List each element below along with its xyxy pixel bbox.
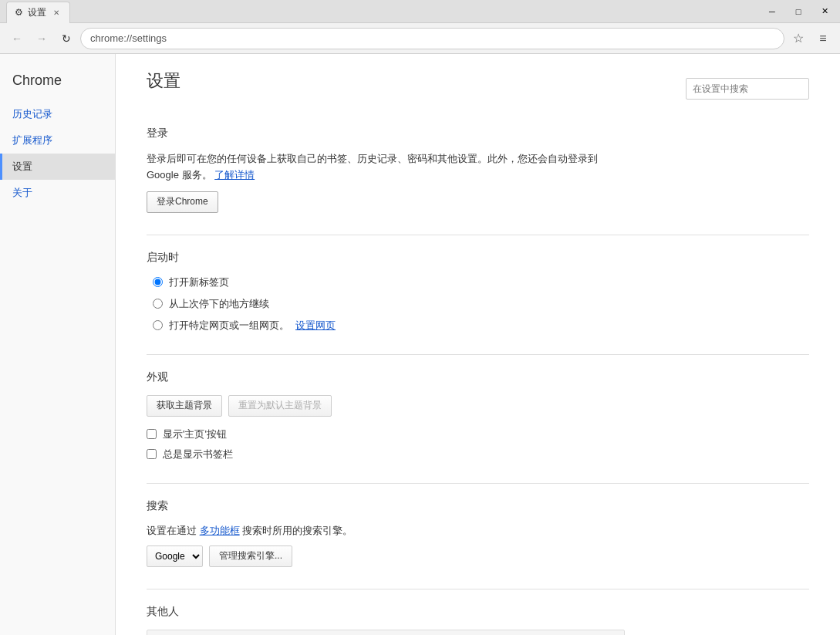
back-button[interactable]: ← <box>6 28 28 49</box>
restore-button[interactable]: □ <box>786 3 811 20</box>
user-row: 用户1（当前） <box>147 630 625 635</box>
show-home-button-checkbox[interactable] <box>147 429 157 439</box>
sidebar-item-settings-label: 设置 <box>12 160 32 174</box>
sidebar-item-extensions-label: 扩展程序 <box>12 133 52 147</box>
reset-theme-button[interactable]: 重置为默认主题背景 <box>228 395 332 417</box>
tab-close-button[interactable]: ✕ <box>51 7 62 18</box>
startup-option-specific[interactable]: 打开特定网页或一组网页。 设置网页 <box>153 319 809 333</box>
search-section: 搜索 设置在通过 多功能框 搜索时所用的搜索引擎。 Google 管理搜索引擎.… <box>147 499 809 567</box>
appearance-section-title: 外观 <box>147 370 809 384</box>
minimize-button[interactable]: ─ <box>760 3 784 20</box>
search-engine-dropdown[interactable]: Google <box>147 545 203 567</box>
always-show-bookmarks-checkbox-item[interactable]: 总是显示书签栏 <box>147 448 809 461</box>
startup-option-specific-label: 打开特定网页或一组网页。 <box>169 319 289 333</box>
others-section-title: 其他人 <box>147 605 809 619</box>
sidebar-item-about-label: 关于 <box>12 186 32 200</box>
search-section-desc: 设置在通过 多功能框 搜索时所用的搜索引擎。 <box>147 524 809 538</box>
refresh-button[interactable]: ↻ <box>56 28 77 49</box>
content-area: 设置 登录 登录后即可在您的任何设备上获取自己的书签、历史记录、密码和其他设置。… <box>116 54 840 635</box>
titlebar: ⚙ 设置 ✕ ─ □ ✕ <box>0 0 840 23</box>
appearance-section: 外观 获取主题背景 重置为默认主题背景 显示'主页'按钮 总是显示书签栏 <box>147 370 809 461</box>
toolbar: ← → ↻ ☆ ≡ <box>0 23 840 54</box>
startup-radio-specific[interactable] <box>153 320 163 330</box>
sign-in-chrome-button[interactable]: 登录Chrome <box>147 191 218 213</box>
sidebar-item-settings[interactable]: 设置 <box>0 154 115 180</box>
login-section: 登录 登录后即可在您的任何设备上获取自己的书签、历史记录、密码和其他设置。此外，… <box>147 127 809 213</box>
startup-section-title: 启动时 <box>147 251 809 265</box>
startup-radio-group: 打开新标签页 从上次停下的地方继续 打开特定网页或一组网页。 设置网页 <box>153 275 809 333</box>
search-engine-controls: Google 管理搜索引擎... <box>147 545 809 567</box>
search-desc-suffix: 搜索时所用的搜索引擎。 <box>242 525 353 536</box>
page-title: 设置 <box>147 69 180 93</box>
startup-option-newtab[interactable]: 打开新标签页 <box>153 275 809 289</box>
settings-search-input[interactable] <box>686 78 809 100</box>
active-tab[interactable]: ⚙ 设置 ✕ <box>6 2 70 23</box>
show-home-button-label: 显示'主页'按钮 <box>163 427 227 441</box>
sidebar-item-about[interactable]: 关于 <box>0 180 115 206</box>
search-desc-prefix: 设置在通过 <box>147 525 197 536</box>
sidebar-item-history[interactable]: 历史记录 <box>0 101 115 127</box>
always-show-bookmarks-checkbox[interactable] <box>147 449 157 459</box>
sidebar-item-extensions[interactable]: 扩展程序 <box>0 127 115 154</box>
sidebar-item-history-label: 历史记录 <box>12 107 52 121</box>
startup-set-pages-link[interactable]: 设置网页 <box>295 319 336 333</box>
tab-icon: ⚙ <box>15 7 23 18</box>
always-show-bookmarks-label: 总是显示书签栏 <box>163 448 233 461</box>
startup-option-continue[interactable]: 从上次停下的地方继续 <box>153 297 809 311</box>
login-learn-more-link[interactable]: 了解详情 <box>214 169 255 181</box>
sidebar-app-title: Chrome <box>0 66 115 101</box>
others-section: 其他人 用户1（当前） 启用访客浏览 允许任何人向 Chrome 添加用户 <box>147 605 809 635</box>
main-layout: Chrome 历史记录 扩展程序 设置 关于 设置 登录 登录后即可在您的任何设… <box>0 54 840 635</box>
login-section-title: 登录 <box>147 127 809 140</box>
startup-section: 启动时 打开新标签页 从上次停下的地方继续 打开特定网页或一组网页。 设置网页 <box>147 251 809 333</box>
tab-label: 设置 <box>28 6 46 19</box>
omnibox-link[interactable]: 多功能框 <box>200 525 240 536</box>
startup-option-newtab-label: 打开新标签页 <box>169 275 229 289</box>
window-close-button[interactable]: ✕ <box>812 3 837 20</box>
startup-radio-newtab[interactable] <box>153 277 163 287</box>
manage-search-engines-button[interactable]: 管理搜索引擎... <box>209 545 292 567</box>
startup-option-continue-label: 从上次停下的地方继续 <box>169 297 269 311</box>
forward-button[interactable]: → <box>31 28 52 49</box>
get-theme-button[interactable]: 获取主题背景 <box>147 395 222 417</box>
sidebar: Chrome 历史记录 扩展程序 设置 关于 <box>0 54 116 635</box>
theme-buttons: 获取主题背景 重置为默认主题背景 <box>147 395 809 417</box>
search-section-title: 搜索 <box>147 499 809 513</box>
address-bar[interactable] <box>80 28 784 49</box>
bookmark-star-button[interactable]: ☆ <box>788 28 809 49</box>
startup-radio-continue[interactable] <box>153 299 163 309</box>
show-home-button-checkbox-item[interactable]: 显示'主页'按钮 <box>147 427 809 441</box>
login-section-desc: 登录后即可在您的任何设备上获取自己的书签、历史记录、密码和其他设置。此外，您还会… <box>147 151 609 184</box>
chrome-menu-button[interactable]: ≡ <box>812 28 834 49</box>
page-header: 设置 <box>147 69 809 108</box>
titlebar-left: ⚙ 设置 ✕ <box>0 0 70 23</box>
window-controls: ─ □ ✕ <box>760 3 840 20</box>
